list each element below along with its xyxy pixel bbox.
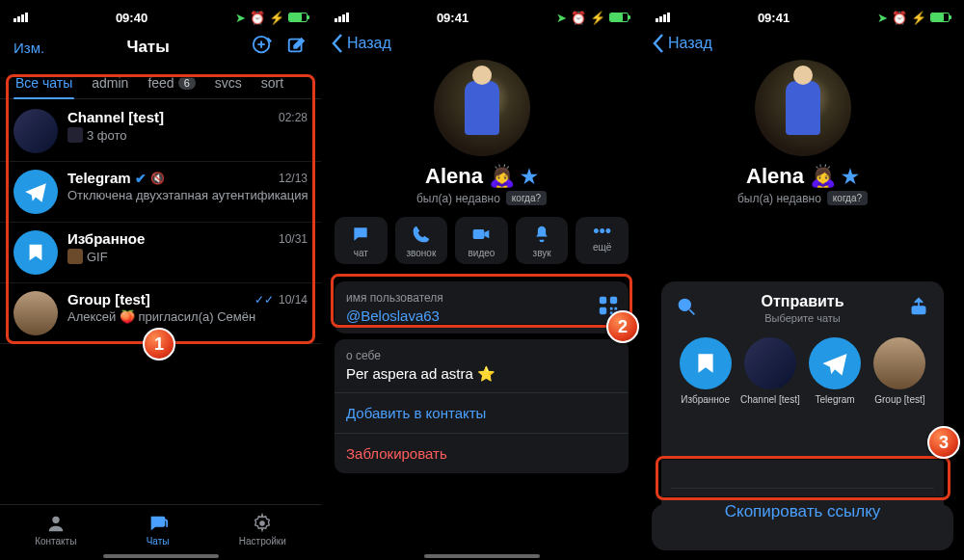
tabbar-contacts[interactable]: Контакты — [35, 513, 76, 547]
chat-name: Channel [test] — [67, 109, 164, 125]
action-more[interactable]: •••ещё — [576, 217, 629, 264]
svg-rect-9 — [610, 297, 617, 304]
chat-preview: 3 фото — [67, 127, 308, 143]
avatar — [13, 291, 58, 335]
status-time: 09:41 — [437, 11, 469, 25]
screen-share-sheet: 09:41 ➤⏰⚡ Назад Alena🙇‍♀️★ был(а) недавн… — [642, 0, 963, 560]
status-bar: 09:40 ➤ ⏰ ⚡ — [0, 0, 321, 27]
status-time: 09:41 — [758, 11, 790, 25]
profile-header: Alena🙇‍♀️★ был(а) недавнокогда? — [321, 60, 642, 211]
avatar — [13, 230, 58, 275]
read-checks-icon: ✓✓ — [254, 293, 274, 307]
chat-name: Telegram✔🔇 — [67, 170, 165, 186]
action-chat[interactable]: чат — [335, 217, 388, 264]
chat-time: 02:28 — [279, 111, 308, 124]
share-sheet: ОтправитьВыберите чаты Избранное Channel… — [661, 281, 944, 541]
home-indicator — [103, 554, 219, 558]
last-seen: был(а) недавнокогда? — [737, 191, 868, 205]
username-value: @Beloslava63 — [346, 307, 617, 324]
action-mute[interactable]: звук — [516, 217, 569, 264]
location-icon: ➤ — [235, 11, 246, 25]
chats-header: Изм. Чаты — [0, 27, 321, 66]
add-to-contacts[interactable]: Добавить в контакты — [335, 392, 629, 433]
status-bar: 09:41 ➤⏰⚡ — [321, 0, 642, 27]
username-label: имя пользователя — [346, 291, 617, 305]
export-icon[interactable] — [909, 297, 928, 320]
profile-header: Alena🙇‍♀️★ был(а) недавнокогда? — [642, 60, 963, 211]
share-item-channel[interactable]: Channel [test] — [739, 337, 800, 405]
chat-preview: Отключена двухэтапная аутентификация! Ал… — [67, 188, 308, 202]
tabbar-chats[interactable]: Чаты — [147, 513, 170, 547]
tab-admin[interactable]: admin — [82, 66, 138, 98]
tab-all-chats[interactable]: Все чаты — [6, 66, 82, 98]
profile-avatar[interactable] — [434, 60, 530, 156]
svg-line-16 — [689, 309, 694, 314]
profile-avatar — [755, 60, 851, 156]
bottom-tabbar: Контакты Чаты Настройки — [0, 504, 321, 554]
tab-svcs[interactable]: svcs — [205, 66, 252, 98]
profile-name: Alena🙇‍♀️★ — [746, 164, 859, 189]
svg-point-15 — [680, 300, 691, 311]
copy-link-button[interactable]: Скопировать ссылку — [671, 488, 934, 535]
about-label: о себе — [346, 349, 617, 362]
screen-profile: 09:41 ➤⏰⚡ Назад Alena🙇‍♀️★ был(а) недавн… — [321, 0, 642, 560]
avatar — [13, 109, 58, 153]
step-badge-3: 3 — [927, 426, 960, 459]
svg-rect-7 — [473, 229, 485, 239]
signal-icon — [13, 13, 28, 22]
svg-rect-8 — [600, 297, 606, 304]
chat-row[interactable]: Избранное10/31 GIF — [0, 223, 321, 283]
alarm-icon: ⏰ — [250, 11, 265, 25]
chat-name: Group [test] — [67, 291, 150, 307]
chat-list: Channel [test]02:28 3 фото Telegram✔🔇12/… — [0, 99, 321, 344]
username-card[interactable]: имя пользователя @Beloslava63 — [335, 281, 629, 333]
tab-sort[interactable]: sort — [252, 66, 293, 98]
share-item-group[interactable]: Group [test] — [870, 337, 930, 405]
chat-folder-tabs: Все чаты admin feed6 svcs sort — [0, 66, 321, 99]
screen-chats: 09:40 ➤ ⏰ ⚡ Изм. Чаты 1 Все чаты admin f… — [0, 0, 321, 560]
chat-row[interactable]: Telegram✔🔇12/13 Отключена двухэтапная ау… — [0, 162, 321, 223]
star-icon: ★ — [521, 165, 538, 188]
step-badge-1: 1 — [143, 328, 175, 360]
back-button[interactable]: Назад — [642, 27, 963, 60]
search-icon[interactable] — [677, 297, 696, 320]
chat-time: 12/13 — [279, 172, 308, 185]
edit-button[interactable]: Изм. — [13, 40, 44, 56]
avatar — [13, 170, 58, 214]
chat-preview: Алексей 🍑 пригласил(а) Семён — [67, 309, 308, 324]
verified-icon: ✔ — [135, 171, 147, 186]
svg-point-5 — [52, 517, 59, 523]
about-value: Per aspera ad astra ⭐ — [346, 365, 617, 383]
share-targets: Избранное Channel [test] Telegram Group … — [671, 328, 934, 411]
compose-icon[interactable] — [286, 35, 308, 60]
tab-feed[interactable]: feed6 — [138, 66, 204, 98]
action-video[interactable]: видео — [455, 217, 508, 264]
page-title: Чаты — [126, 38, 169, 57]
mute-icon: 🔇 — [150, 172, 165, 185]
share-item-saved[interactable]: Избранное — [675, 337, 736, 405]
charge-icon: ⚡ — [269, 11, 284, 25]
home-indicator — [424, 554, 540, 558]
chat-preview: GIF — [67, 249, 308, 264]
status-time: 09:40 — [116, 11, 147, 25]
battery-icon — [288, 13, 308, 22]
chat-row[interactable]: Channel [test]02:28 3 фото — [0, 101, 321, 162]
last-seen: был(а) недавнокогда? — [416, 191, 547, 205]
svg-rect-11 — [610, 307, 613, 310]
when-button[interactable]: когда? — [506, 191, 547, 205]
tabbar-settings[interactable]: Настройки — [239, 513, 286, 547]
chat-name: Избранное — [67, 230, 145, 247]
share-item-telegram[interactable]: Telegram — [805, 337, 866, 405]
block-user[interactable]: Заблокировать — [335, 433, 629, 473]
profile-info-card: о себе Per aspera ad astra ⭐ Добавить в … — [335, 339, 629, 473]
profile-actions: чат звонок видео звук •••ещё — [321, 211, 642, 276]
profile-name: Alena🙇‍♀️★ — [425, 164, 538, 189]
status-bar: 09:41 ➤⏰⚡ — [642, 0, 963, 27]
svg-rect-10 — [600, 307, 606, 314]
new-chat-icon[interactable] — [252, 35, 273, 60]
feed-badge: 6 — [178, 76, 196, 90]
action-call[interactable]: звонок — [395, 217, 448, 264]
back-button[interactable]: Назад — [321, 27, 642, 60]
svg-rect-17 — [912, 307, 924, 314]
chat-time: ✓✓10/14 — [254, 293, 308, 307]
